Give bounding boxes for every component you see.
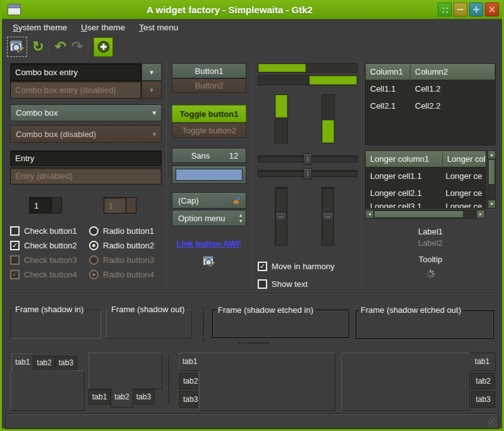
titlebar[interactable]: A widget factory - Simplewaita - Gtk2 − … [2,0,502,19]
table-row[interactable]: Cell1.1 Cell1.2 [366,80,495,97]
checkbox-1[interactable] [10,226,20,236]
column-header[interactable]: Longer column1 [366,151,443,167]
separator [147,107,148,118]
maximize-button[interactable]: + [469,3,483,16]
resize-grip[interactable] [488,418,497,427]
move-in-harmony-checkbox[interactable]: ✓ [258,262,267,271]
scroll-right-button[interactable]: ▸ [476,210,484,218]
radio-dot [92,273,95,276]
tab-active[interactable]: tab1 [469,353,496,371]
minimize-icon: − [457,5,465,15]
add-button[interactable] [93,37,113,57]
toolbar-awf-button[interactable] [7,37,27,57]
option-menu[interactable]: Option menu ▴ ▾ [172,210,246,226]
cap-button[interactable]: (Cap) [172,192,246,209]
scroll-up-button[interactable]: ▴ [488,151,495,159]
column-header[interactable]: Column2 [411,64,495,80]
paned-handle[interactable] [168,355,169,404]
column-header[interactable]: Longer col [443,151,486,167]
combo-box-entry[interactable]: Combo box entry ▾ [10,63,162,81]
tab[interactable]: tab3 [55,356,77,370]
progressbar-bottom-up [321,94,335,143]
scale-thumb[interactable] [322,212,333,221]
maximize-icon: + [472,5,481,15]
vscale-1[interactable] [275,187,287,246]
file-smiley-icon [232,195,242,205]
scrollbar-thumb[interactable] [374,210,464,218]
app-window: A widget factory - Simplewaita - Gtk2 − … [0,0,504,431]
menu-user-theme[interactable]: User theme [74,20,132,35]
radio-1[interactable] [89,226,99,236]
horizontal-scrollbar[interactable]: ◂ ▸ [365,210,485,219]
table-cell: Cell1.1 [366,84,411,94]
scale-thumb[interactable] [303,154,312,165]
refresh-icon[interactable]: ↻ [32,39,44,54]
notebook-tabs-top: tab1 tab2 tab3 [10,353,85,411]
tab-active[interactable]: tab1 [11,353,33,371]
scale-thumb[interactable] [303,168,312,179]
window-menu-button[interactable] [438,3,452,16]
table-row[interactable]: Longer cell1.1 Longer ce [366,167,486,185]
spinbutton-value[interactable]: 1 [29,197,52,214]
vscale-2[interactable] [321,187,334,246]
radio-2[interactable] [89,241,99,250]
scroll-left-button[interactable]: ◂ [366,210,374,218]
combo-box-value: Combo box [16,108,147,118]
radio-2-label: Radio button2 [103,241,154,250]
toolbar-separator [49,39,49,54]
check-radio-grid: Check button1 Radio button1 ✓ Check butt… [10,224,162,282]
tab[interactable]: tab3 [133,389,155,404]
spinbutton-arrows[interactable] [52,197,62,214]
frame-shadow-in: Frame (shadow in) [10,310,101,339]
option-down-icon: ▾ [239,219,242,224]
button1[interactable]: Button1 [172,63,246,78]
spinbutton[interactable]: 1 [29,197,62,214]
scrollbar-trough[interactable] [488,185,495,200]
scale-thumb[interactable] [275,212,287,221]
scroll-down-button[interactable]: ▾ [488,200,495,208]
combo-box[interactable]: Combo box ▾ [10,104,162,121]
menu-test-menu[interactable]: Test menu [132,20,185,35]
table-cell: Longer ce [441,188,486,198]
combo-box-entry-text[interactable]: Combo box entry [10,63,141,81]
tab-active[interactable]: tab1 [179,353,200,371]
paned-handle[interactable] [239,343,269,344]
color-button[interactable] [172,166,246,184]
tab[interactable]: tab2 [179,373,198,389]
button2-disabled: Button2 [172,78,246,93]
show-text-label: Show text [272,279,308,289]
tab[interactable]: tab2 [33,356,55,370]
hscale-2[interactable] [258,168,357,179]
treeview-1: Column1 Column2 Cell1.1 Cell1.2 Cell2.1 … [365,63,496,145]
paned-handle[interactable] [203,307,204,341]
hscale-1[interactable] [258,154,357,165]
entry-field[interactable]: Entry [10,150,162,166]
scrollbar-trough[interactable] [464,210,476,218]
table-cell: Cell1.2 [411,84,445,94]
tab[interactable]: tab1 [88,389,111,404]
tab[interactable]: tab3 [179,391,198,408]
minimize-button[interactable]: − [453,3,467,16]
link-button-awf[interactable]: Link button AWF [177,239,242,248]
scrollbar-thumb[interactable] [488,159,495,185]
tab[interactable]: tab3 [471,391,495,408]
combo-box-entry-disabled-dropdown: ▾ [141,81,162,99]
table-row[interactable]: Cell2.1 Cell2.2 [366,97,495,114]
table-row[interactable]: Longer cell2.1 Longer ce [366,185,486,202]
font-button[interactable]: Sans 12 [172,148,246,163]
tab[interactable]: tab2 [471,373,495,389]
vertical-scrollbar[interactable]: ▴ ▾ [488,150,496,209]
table-row-clipped[interactable]: Longer cell3.1 Longer ce [366,202,486,209]
menu-system-theme[interactable]: System theme [6,20,74,35]
table-cell: Cell2.1 [366,101,411,111]
undo-icon[interactable]: ↶ [54,39,66,54]
combo-box-entry-dropdown[interactable]: ▾ [141,63,162,81]
tab-active[interactable]: tab2 [111,389,133,408]
show-text-checkbox[interactable] [258,279,267,289]
label1: Label1 [365,227,496,236]
combo-box-disabled: Combo box (disabled) ▾ [10,125,162,143]
toggle-button1-active[interactable]: Toggle button1 [172,105,246,123]
column-header[interactable]: Column1 [366,64,411,80]
close-button[interactable]: × [485,3,499,16]
checkbox-2[interactable]: ✓ [10,241,20,250]
